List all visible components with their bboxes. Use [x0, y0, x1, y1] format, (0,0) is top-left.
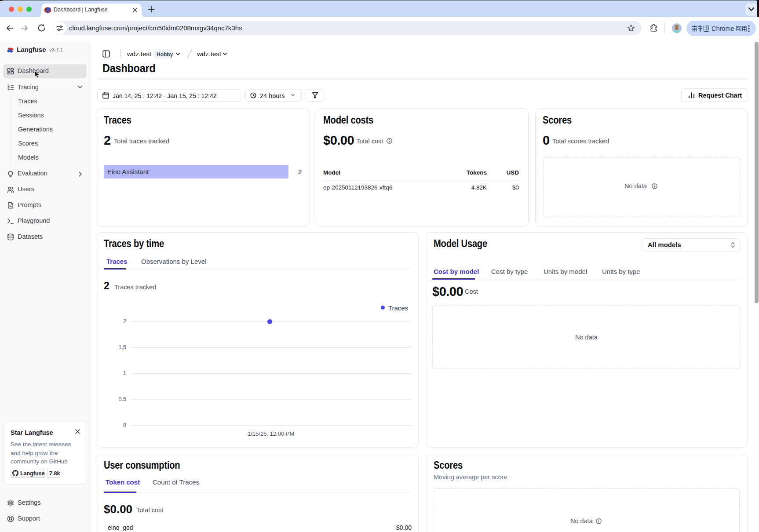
svg-text:Chrome: Chrome [712, 25, 734, 32]
